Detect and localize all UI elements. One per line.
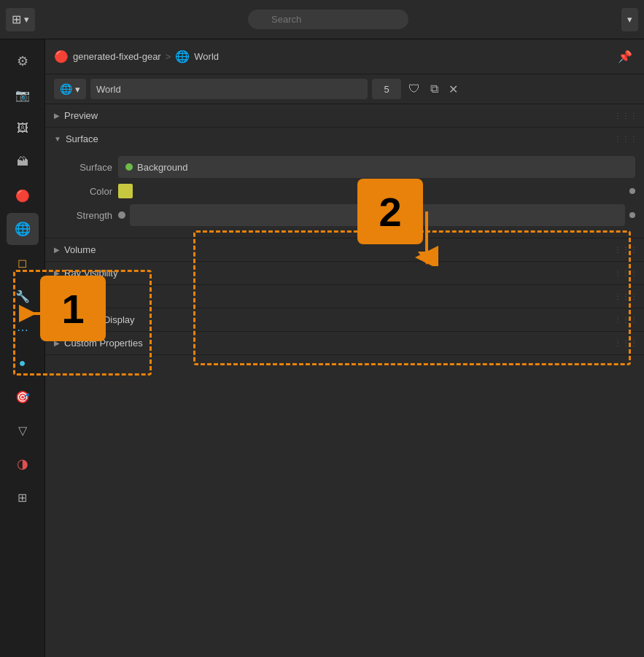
surface-prop-row: Surface Background — [54, 153, 635, 181]
editor-type-chevron: ▾ — [24, 14, 29, 25]
world-type-dropdown[interactable]: 🌐 ▾ — [54, 79, 86, 99]
search-input[interactable] — [248, 9, 408, 29]
strength-dot — [118, 211, 125, 219]
custom-properties-chevron-icon: ▶ — [54, 339, 60, 347]
output-icon: 🖼 — [17, 122, 28, 135]
volume-label: Volume — [64, 244, 96, 255]
main-layout: ⚙ 📷 🖼 🏔 🔴 🌐 ◻ 🔧 ⋯ — [0, 39, 644, 657]
top-bar-chevron-button[interactable]: ▾ — [621, 8, 638, 31]
section-surface: ▼ Surface ⋮⋮⋮ Surface Background — [45, 128, 644, 238]
sidebar-icons: ⚙ 📷 🖼 🏔 🔴 🌐 ◻ 🔧 ⋯ — [0, 39, 45, 657]
color-prop-row: Color — [54, 181, 635, 201]
color-prop-label: Color — [54, 186, 112, 197]
tools-icon: ⚙ — [17, 53, 28, 69]
preview-drag-handle: ⋮⋮⋮ — [614, 112, 638, 120]
custom-properties-label: Custom Properties — [64, 338, 143, 349]
section-ray-visibility: ▶ Ray Visibility ⋮⋮⋮ — [45, 262, 644, 285]
scene-props-icon: 🔴 — [15, 189, 30, 203]
sidebar-icon-particles[interactable]: ⋯ — [7, 314, 39, 346]
copy-button[interactable]: ⧉ — [427, 81, 441, 97]
settings-label: Settings — [64, 291, 98, 302]
section-surface-header[interactable]: ▼ Surface ⋮⋮⋮ — [45, 128, 644, 150]
section-settings: ▶ Settings ⋮⋮⋮ — [45, 285, 644, 308]
shield-button[interactable]: 🛡 — [406, 81, 423, 97]
section-custom-properties: ▶ Custom Properties ⋮⋮⋮ — [45, 332, 644, 355]
breadcrumb: 🔴 generated-fixed-gear > 🌐 World — [54, 50, 219, 63]
sidebar-icon-scene[interactable]: 📷 — [7, 79, 39, 111]
surface-dot-green — [125, 163, 133, 171]
sidebar-icon-checker[interactable]: ⊞ — [7, 481, 39, 513]
section-volume: ▶ Volume ⋮⋮⋮ — [45, 238, 644, 262]
world-users-count: 5 — [372, 79, 401, 99]
preview-chevron-icon: ▶ — [54, 112, 60, 120]
settings-drag-handle: ⋮⋮⋮ — [614, 292, 638, 300]
unlink-button[interactable]: ✕ — [446, 81, 461, 98]
strength-prop-row: Strength 1.000 — [54, 201, 635, 229]
surface-chevron-icon: ▼ — [54, 135, 61, 143]
constraints-icon: 🎯 — [15, 390, 30, 404]
surface-section-content: Surface Background Color — [45, 150, 644, 238]
material-icon: ◑ — [17, 456, 28, 472]
top-bar: ⊞ ▾ 🔍 ▾ — [0, 0, 644, 39]
preview-label: Preview — [64, 110, 98, 121]
section-custom-properties-header[interactable]: ▶ Custom Properties ⋮⋮⋮ — [45, 332, 644, 354]
prop-header-right: 📌 — [615, 48, 635, 65]
world-dropdown-icon: 🌐 — [60, 83, 72, 95]
modifier-icon: 🔧 — [15, 289, 30, 303]
file-icon: 🔴 — [54, 50, 69, 63]
sidebar-icon-tools[interactable]: ⚙ — [7, 45, 39, 77]
settings-chevron-icon: ▶ — [54, 292, 60, 300]
shield-icon: 🛡 — [408, 82, 420, 95]
data-icon: ▽ — [18, 424, 27, 438]
color-keyframe-dot — [629, 188, 635, 194]
strength-keyframe-dot — [629, 212, 635, 218]
ray-visibility-chevron-icon: ▶ — [54, 269, 60, 277]
editor-type-button[interactable]: ⊞ ▾ — [6, 8, 35, 31]
surface-prop-label: Surface — [54, 162, 112, 173]
world-name-field[interactable]: World — [90, 79, 368, 99]
section-ray-visibility-header[interactable]: ▶ Ray Visibility ⋮⋮⋮ — [45, 262, 644, 284]
color-dot-swatch[interactable] — [118, 184, 133, 198]
sidebar-icon-modifier[interactable]: 🔧 — [7, 280, 39, 312]
top-bar-left: ⊞ ▾ — [6, 8, 35, 31]
pin-button[interactable]: 📌 — [615, 48, 635, 65]
surface-drag-handle: ⋮⋮⋮ — [614, 135, 638, 143]
sidebar-icon-view-layer[interactable]: 🏔 — [7, 146, 39, 178]
sidebar-icon-object[interactable]: ◻ — [7, 246, 39, 279]
sidebar-icon-material[interactable]: ◑ — [7, 448, 39, 480]
strength-prop-value: 1.000 — [118, 204, 635, 226]
section-volume-header[interactable]: ▶ Volume ⋮⋮⋮ — [45, 238, 644, 261]
section-settings-header[interactable]: ▶ Settings ⋮⋮⋮ — [45, 285, 644, 308]
copy-icon: ⧉ — [430, 82, 438, 95]
surface-value-label: Background — [137, 162, 187, 173]
ray-visibility-drag-handle: ⋮⋮⋮ — [614, 269, 638, 277]
strength-input[interactable]: 1.000 — [130, 204, 625, 226]
view-layer-icon: 🏔 — [17, 155, 28, 168]
section-viewport-display: ▶ Viewport Display ⋮⋮⋮ — [45, 308, 644, 332]
breadcrumb-separator: > — [166, 51, 171, 62]
ray-visibility-label: Ray Visibility — [64, 268, 117, 279]
surface-dropdown[interactable]: Background — [118, 156, 635, 178]
scene-icon: 📷 — [15, 88, 30, 102]
physics-icon: ● — [19, 357, 26, 370]
sidebar-icon-physics[interactable]: ● — [7, 347, 39, 379]
sidebar-icon-output[interactable]: 🖼 — [7, 112, 39, 144]
world-icon: 🌐 — [15, 221, 31, 237]
context-icon: 🌐 — [175, 50, 190, 63]
volume-drag-handle: ⋮⋮⋮ — [614, 246, 638, 254]
file-name: generated-fixed-gear — [73, 51, 161, 62]
world-selector-row: 🌐 ▾ World 5 🛡 ⧉ ✕ — [45, 74, 644, 104]
section-viewport-display-header[interactable]: ▶ Viewport Display ⋮⋮⋮ — [45, 308, 644, 331]
viewport-display-drag-handle: ⋮⋮⋮ — [614, 316, 638, 324]
section-preview-header[interactable]: ▶ Preview ⋮⋮⋮ — [45, 104, 644, 127]
custom-properties-drag-handle: ⋮⋮⋮ — [614, 339, 638, 347]
sidebar-icon-scene-props[interactable]: 🔴 — [7, 179, 39, 211]
viewport-display-label: Viewport Display — [64, 314, 135, 325]
sidebar-icon-constraints[interactable]: 🎯 — [7, 381, 39, 413]
sidebar-icon-world[interactable]: 🌐 — [7, 213, 39, 245]
sidebar-icon-data[interactable]: ▽ — [7, 414, 39, 446]
world-dropdown-chevron: ▾ — [75, 84, 80, 95]
volume-chevron-icon: ▶ — [54, 246, 60, 254]
pin-icon: 📌 — [618, 50, 632, 63]
surface-prop-value: Background — [118, 156, 635, 178]
